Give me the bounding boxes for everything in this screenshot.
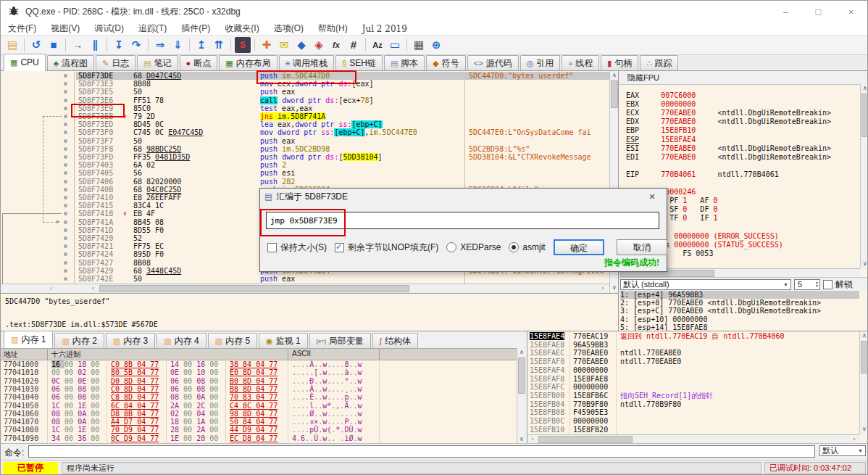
tab-dump4[interactable]: ▥内存 4 xyxy=(157,333,206,348)
scroll-thumb[interactable] xyxy=(518,358,525,394)
breakpoint-dot[interactable] xyxy=(64,139,67,143)
menu-item[interactable]: 选项(O) xyxy=(267,22,311,35)
register-row[interactable]: EIP 770B4061 ntdll.770B4061 xyxy=(626,170,779,179)
tab-script[interactable]: ▤脚本 xyxy=(384,55,425,70)
register-row[interactable]: ESI 770EABE0 <ntdll.DbgUiRemoteBreakin> xyxy=(626,144,831,153)
tab-dump3[interactable]: ▥内存 3 xyxy=(106,333,155,348)
disasm-row[interactable]: 5D8F73E550push eax xyxy=(1,88,609,96)
tab-notes[interactable]: ▤笔记 xyxy=(137,55,178,70)
argument-depth-stepper[interactable]: 5 ▲▼ xyxy=(794,279,820,290)
tab-cpu[interactable]: ▦CPU xyxy=(4,54,46,71)
tab-locals[interactable]: [x=]局部变量 xyxy=(309,333,371,348)
breakpoint-dot[interactable] xyxy=(64,244,67,248)
stepper-arrows-icon[interactable]: ▲▼ xyxy=(815,281,819,288)
cancel-button[interactable]: 取消 xyxy=(617,239,667,255)
xedparse-radio[interactable] xyxy=(446,242,456,252)
breakpoint-dot[interactable] xyxy=(64,277,67,281)
column-ascii[interactable]: ASCII xyxy=(292,350,311,358)
tab-callstack[interactable]: ≡调用堆栈 xyxy=(279,55,334,70)
column-hex[interactable]: 十六进制 xyxy=(51,350,80,360)
disasm-row[interactable]: 5D8F73E6FF51 78call dword ptr ds:[ecx+78… xyxy=(1,96,609,105)
register-row[interactable]: EDX 770EABE0 <ntdll.DbgUiRemoteBreakin> xyxy=(626,117,831,126)
disasm-row[interactable]: 5D8F73F750push eax xyxy=(1,137,609,146)
dump-vscrollbar[interactable]: ∧ ∨ xyxy=(517,348,527,444)
breakpoint-dot[interactable] xyxy=(64,115,67,118)
labels-icon[interactable]: ◆ xyxy=(293,37,309,53)
column-address[interactable]: 地址 xyxy=(4,350,18,360)
functions-icon[interactable]: fx xyxy=(328,37,344,53)
argument-row[interactable]: 5: [esp+14] 15E8FAE8 xyxy=(620,323,859,331)
run-to-user-code-icon[interactable]: ↥ xyxy=(193,37,209,53)
disasm-row[interactable]: 5D8F73FDFF35 0481D35Dpush dword ptr ds:[… xyxy=(1,153,609,162)
tab-dump2[interactable]: ▥内存 2 xyxy=(54,333,104,348)
breakpoint-dot[interactable] xyxy=(64,204,67,207)
tab-seh[interactable]: §SEH链 xyxy=(335,55,383,70)
tab-source[interactable]: <>源代码 xyxy=(467,55,519,70)
breakpoint-dot[interactable] xyxy=(64,171,67,175)
disasm-row[interactable]: 5D8F74036A 02push 2 xyxy=(1,161,609,170)
tab-graph[interactable]: ♣流程图 xyxy=(47,55,94,70)
disasm-row[interactable]: 5D8F73F0C745 0C E047C45Dmov dword ptr ss… xyxy=(1,128,609,137)
disasm-row[interactable]: 5D8F740556push esi xyxy=(1,169,609,178)
tab-struct[interactable]: ∫结构体 xyxy=(372,333,418,348)
step-into-icon[interactable]: ↧ xyxy=(111,37,127,53)
breakpoint-dot[interactable] xyxy=(64,163,67,167)
tab-references[interactable]: ◎引用 xyxy=(520,55,561,70)
window-icon[interactable]: ▭ xyxy=(387,37,403,53)
breakpoint-dot[interactable] xyxy=(64,269,67,273)
open-folder-icon[interactable]: ▤ xyxy=(4,37,20,53)
patch-icon[interactable]: ✚ xyxy=(259,37,275,53)
breakpoint-dot[interactable] xyxy=(64,99,67,102)
stack-vscrollbar[interactable]: ∧ ∨ xyxy=(859,331,868,434)
scroll-thumb[interactable] xyxy=(611,80,618,108)
assembly-instruction-input[interactable] xyxy=(266,212,659,229)
disasm-row[interactable]: 5D8F73ED8D45 0Clea eax,dword ptr ss:[ebp… xyxy=(1,120,609,129)
hash-icon[interactable]: # xyxy=(346,37,362,53)
scroll-right-icon[interactable]: › xyxy=(598,284,608,293)
script-badge-icon[interactable]: S xyxy=(235,37,251,53)
argument-row[interactable]: 3: [esp+C] 770EABE0 <ntdll.DbgUiRemoteBr… xyxy=(620,307,859,315)
trace-into-icon[interactable]: ⇒ xyxy=(152,37,168,53)
menu-item[interactable]: 文件(F) xyxy=(1,22,43,35)
disasm-hscrollbar[interactable]: ↓ ‹ › xyxy=(1,284,609,293)
breakpoint-dot[interactable] xyxy=(64,82,67,86)
scroll-thumb[interactable] xyxy=(861,341,868,373)
menu-item[interactable]: 收藏夹(I) xyxy=(217,22,266,35)
disasm-row[interactable]: 5D8F73E985C0test eax,eax xyxy=(1,104,609,113)
fill-nop-checkbox[interactable] xyxy=(335,243,344,252)
step-over-icon[interactable]: ↷ xyxy=(128,37,144,53)
menu-item[interactable]: 帮助(H) xyxy=(311,22,355,35)
register-row[interactable]: ECX 770EABE0 <ntdll.DbgUiRemoteBreakin> xyxy=(626,109,831,117)
run-icon[interactable]: → xyxy=(70,37,85,53)
scroll-down-icon[interactable]: ∨ xyxy=(860,425,868,434)
tab-trace[interactable]: ∴跟踪 xyxy=(640,55,678,70)
argument-row[interactable]: 4: [esp+10] 00000000 xyxy=(620,315,859,323)
dialog-close-icon[interactable]: × xyxy=(642,191,662,202)
menu-item[interactable]: 追踪(T) xyxy=(131,22,174,35)
breakpoint-dot[interactable] xyxy=(64,123,67,126)
tab-watch1[interactable]: ◉监视 1 xyxy=(259,333,308,348)
breakpoint-dot[interactable] xyxy=(64,252,67,256)
scroll-thumb[interactable] xyxy=(99,285,409,292)
menu-item[interactable]: 视图(V) xyxy=(43,22,87,35)
breakpoint-dot[interactable] xyxy=(64,196,67,199)
disasm-row[interactable]: 5D8F742E50push eax xyxy=(1,275,609,284)
execute-till-return-icon[interactable]: ⇓ xyxy=(170,37,185,53)
tab-breakpoints[interactable]: ●断点 xyxy=(180,55,218,70)
breakpoint-dot[interactable] xyxy=(64,188,67,191)
tab-log[interactable]: ✎日志 xyxy=(96,55,135,70)
register-row[interactable]: EBP 15E8FB10 xyxy=(626,126,696,135)
command-input[interactable] xyxy=(28,445,815,458)
breakpoint-dot[interactable] xyxy=(64,155,67,159)
globe-icon[interactable]: ⊕ xyxy=(428,37,444,53)
tab-threads[interactable]: »线程 xyxy=(562,55,599,70)
tab-dump5[interactable]: ▥内存 5 xyxy=(208,333,257,348)
tab-dump1[interactable]: ▥内存 1 xyxy=(4,331,53,348)
restart-icon[interactable]: ↺ xyxy=(28,37,44,53)
pause-icon[interactable]: ∥ xyxy=(87,37,103,53)
stop-icon[interactable]: ■ xyxy=(46,37,62,53)
bookmarks-icon[interactable]: ◈ xyxy=(311,37,327,53)
az-icon[interactable]: Az xyxy=(370,37,385,53)
breakpoint-dot[interactable] xyxy=(64,107,67,110)
tab-symbols[interactable]: ◆符号 xyxy=(426,55,465,70)
